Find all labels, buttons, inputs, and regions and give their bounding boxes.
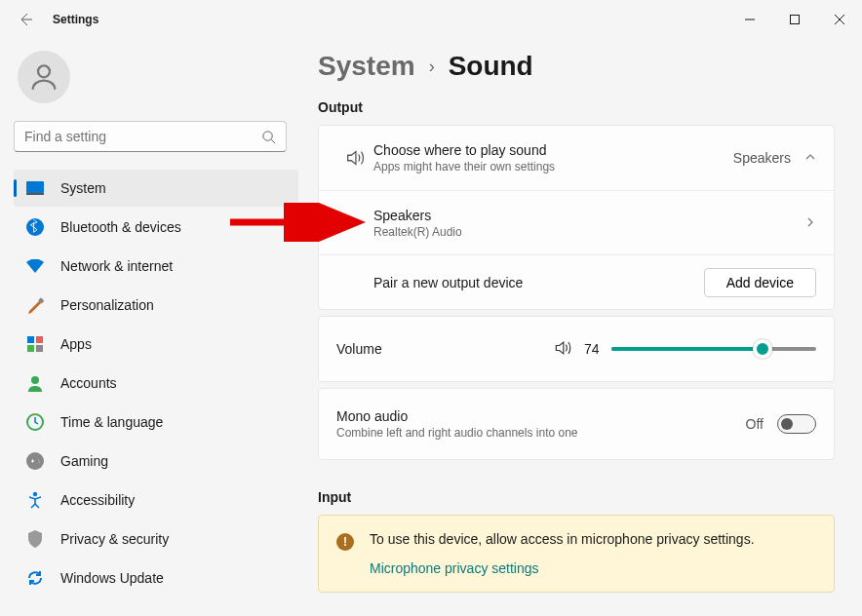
back-button[interactable] bbox=[8, 2, 43, 37]
nav-item-gaming[interactable]: Gaming bbox=[14, 443, 298, 480]
svg-point-17 bbox=[26, 452, 44, 470]
nav-label: Gaming bbox=[60, 453, 108, 469]
privacy-notice: ! To use this device, allow access in mi… bbox=[318, 515, 835, 593]
nav-label: Apps bbox=[60, 336, 92, 352]
gaming-icon bbox=[26, 452, 44, 470]
volume-mute-icon[interactable] bbox=[553, 338, 572, 361]
svg-point-18 bbox=[33, 492, 37, 496]
speaker-icon bbox=[336, 147, 373, 169]
nav-label: System bbox=[60, 180, 106, 196]
nav-label: Accounts bbox=[60, 375, 117, 391]
account-icon bbox=[26, 374, 44, 392]
window-title: Settings bbox=[53, 13, 98, 26]
close-icon bbox=[835, 15, 844, 24]
svg-rect-12 bbox=[36, 336, 43, 343]
search-box[interactable] bbox=[14, 121, 287, 152]
paint-icon bbox=[26, 296, 44, 314]
arrow-left-icon bbox=[18, 12, 33, 27]
maximize-icon bbox=[790, 15, 800, 24]
svg-rect-7 bbox=[26, 181, 44, 193]
mono-state: Off bbox=[746, 416, 764, 432]
maximize-button[interactable] bbox=[772, 4, 817, 35]
mono-audio-row: Mono audio Combine left and right audio … bbox=[319, 389, 834, 459]
chevron-up-icon bbox=[804, 150, 816, 166]
accessibility-icon bbox=[26, 491, 44, 509]
nav-item-apps[interactable]: Apps bbox=[14, 326, 298, 363]
svg-rect-13 bbox=[27, 345, 34, 352]
nav-label: Time & language bbox=[60, 414, 163, 430]
choose-output-row[interactable]: Choose where to play sound Apps might ha… bbox=[319, 126, 834, 190]
nav-label: Personalization bbox=[60, 297, 154, 313]
add-device-button[interactable]: Add device bbox=[704, 268, 816, 297]
pair-title: Pair a new output device bbox=[373, 275, 704, 290]
input-heading: Input bbox=[318, 489, 835, 505]
user-avatar[interactable] bbox=[18, 51, 70, 103]
svg-line-6 bbox=[271, 139, 275, 143]
breadcrumb-current: Sound bbox=[449, 51, 533, 82]
system-icon bbox=[26, 181, 44, 195]
nav-label: Privacy & security bbox=[60, 531, 169, 547]
volume-row: Volume 74 bbox=[319, 317, 834, 381]
wifi-icon bbox=[26, 259, 44, 273]
volume-value: 74 bbox=[584, 341, 600, 357]
info-icon: ! bbox=[336, 533, 354, 551]
nav-item-network[interactable]: Network & internet bbox=[14, 248, 298, 285]
nav-item-accounts[interactable]: Accounts bbox=[14, 365, 298, 402]
apps-icon bbox=[27, 336, 43, 352]
mono-sub: Combine left and right audio channels in… bbox=[336, 426, 746, 440]
svg-rect-1 bbox=[791, 16, 800, 24]
speakers-title: Speakers bbox=[373, 208, 804, 223]
close-button[interactable] bbox=[817, 4, 862, 35]
svg-rect-14 bbox=[36, 345, 43, 352]
svg-point-4 bbox=[38, 65, 50, 77]
nav-item-update[interactable]: Windows Update bbox=[14, 559, 298, 597]
nav-item-privacy[interactable]: Privacy & security bbox=[14, 520, 298, 558]
clock-icon bbox=[26, 413, 44, 431]
notice-text: To use this device, allow access in micr… bbox=[370, 531, 755, 547]
search-icon bbox=[261, 130, 276, 144]
nav-item-time[interactable]: Time & language bbox=[14, 404, 298, 441]
speakers-sub: Realtek(R) Audio bbox=[373, 225, 804, 239]
choose-title: Choose where to play sound bbox=[373, 142, 733, 158]
mono-title: Mono audio bbox=[336, 408, 746, 424]
svg-rect-8 bbox=[26, 193, 44, 195]
breadcrumb: System › Sound bbox=[318, 51, 835, 82]
volume-label: Volume bbox=[336, 341, 382, 357]
nav-label: Windows Update bbox=[60, 570, 164, 586]
svg-point-5 bbox=[263, 131, 272, 139]
volume-slider[interactable] bbox=[611, 340, 816, 358]
choose-sub: Apps might have their own settings bbox=[373, 160, 733, 173]
speakers-row[interactable]: Speakers Realtek(R) Audio bbox=[319, 190, 834, 254]
breadcrumb-parent[interactable]: System bbox=[318, 51, 415, 82]
bluetooth-icon bbox=[26, 218, 44, 236]
pair-device-row: Pair a new output device Add device bbox=[319, 254, 834, 309]
nav-label: Bluetooth & devices bbox=[60, 219, 181, 235]
nav-label: Accessibility bbox=[60, 492, 135, 508]
output-heading: Output bbox=[318, 99, 835, 115]
shield-icon bbox=[27, 530, 43, 548]
svg-point-15 bbox=[31, 376, 39, 384]
nav-item-bluetooth[interactable]: Bluetooth & devices bbox=[14, 209, 298, 246]
minimize-button[interactable] bbox=[727, 4, 772, 35]
mic-privacy-link[interactable]: Microphone privacy settings bbox=[370, 560, 755, 576]
mono-toggle[interactable] bbox=[777, 414, 816, 434]
choose-value: Speakers bbox=[733, 150, 791, 166]
svg-rect-11 bbox=[27, 336, 34, 343]
nav-item-system[interactable]: System bbox=[14, 170, 298, 207]
person-icon bbox=[27, 60, 60, 94]
chevron-right-icon: › bbox=[429, 57, 435, 77]
nav-label: Network & internet bbox=[60, 258, 173, 274]
update-icon bbox=[26, 569, 44, 587]
chevron-right-icon bbox=[804, 215, 816, 231]
minimize-icon bbox=[745, 15, 755, 24]
search-input[interactable] bbox=[24, 129, 261, 144]
nav-item-personalization[interactable]: Personalization bbox=[14, 287, 298, 324]
nav-item-accessibility[interactable]: Accessibility bbox=[14, 481, 298, 519]
